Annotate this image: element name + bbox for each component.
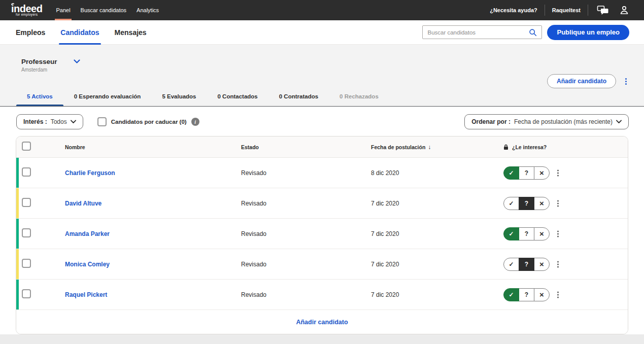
interest-button-group: ✓ ? × [503,227,550,240]
candidate-name-link[interactable]: David Altuve [65,200,101,207]
row-checkbox[interactable] [22,259,31,268]
lock-icon [503,144,509,150]
search-input[interactable] [427,29,529,36]
row-menu-kebab-icon[interactable] [554,231,562,236]
column-header-name: Nombre [65,144,85,150]
candidate-name-link[interactable]: Monica Comley [65,261,110,268]
status-tab-contactados[interactable]: 0 Contactados [207,93,268,106]
status-tab-esperando-evaluacion[interactable]: 0 Esperando evaluación [63,93,152,106]
interest-button-group: ✓ ? × [503,166,550,180]
application-date: 7 dic 2020 [371,291,399,298]
column-header-status: Estado [241,144,259,150]
divider [545,5,545,16]
help-link[interactable]: ¿Necesita ayuda? [490,7,537,13]
sort-desc-icon[interactable]: ↓ [428,144,431,151]
info-icon[interactable]: i [191,118,199,126]
job-selector-chevron-down-icon[interactable] [74,59,80,64]
row-menu-kebab-icon[interactable] [554,170,562,176]
interest-button-group: ✓ ? × [503,288,550,301]
chevron-down-icon [71,120,76,124]
candidate-name-link[interactable]: Amanda Parker [65,230,110,237]
table-header-row: Nombre Estado Fecha de postulación ↓ ¿Le… [16,136,628,158]
interest-filter-label: Interés : [23,118,47,125]
divider [588,5,588,16]
date-header-label: Fecha de postulación [371,144,425,150]
candidate-status: Revisado [241,291,266,298]
interest-maybe-button[interactable]: ? [519,288,534,301]
messages-button[interactable] [595,5,611,15]
person-icon [619,5,629,15]
row-checkbox[interactable] [22,198,31,207]
expiring-candidates-checkbox[interactable] [97,117,107,126]
account-menu-button[interactable] [618,5,631,15]
sort-by-label: Ordenar por : [471,118,511,125]
select-all-checkbox[interactable] [22,142,31,151]
application-date: 7 dic 2020 [371,230,399,237]
row-color-bar [16,188,19,218]
interest-no-button[interactable]: × [534,197,550,210]
interest-maybe-button[interactable]: ? [519,258,534,271]
candidate-status: Revisado [241,230,266,237]
top-navigation: Panel Buscar candidatos Analytics [51,0,164,20]
tab-mensajes[interactable]: Mensajes [115,20,147,45]
add-candidate-button[interactable]: Añadir candidato [547,74,616,88]
row-menu-kebab-icon[interactable] [554,292,562,297]
candidate-name-link[interactable]: Charlie Ferguson [65,169,115,177]
tab-candidatos[interactable]: Candidatos [60,20,99,45]
status-tab-contratados[interactable]: 0 Contratados [268,93,329,106]
tab-empleos[interactable]: Empleos [16,20,45,45]
interest-no-button[interactable]: × [534,288,550,301]
add-candidate-footer-link[interactable]: Añadir candidato [296,319,348,326]
interest-no-button[interactable]: × [534,258,550,271]
job-header: Professeur Amsterdam [0,45,644,73]
interest-yes-button[interactable]: ✓ [503,258,519,271]
interest-yes-button[interactable]: ✓ [503,166,519,180]
status-tab-activos[interactable]: 5 Activos [16,93,63,106]
row-checkbox[interactable] [22,289,31,298]
interest-maybe-button[interactable]: ? [519,197,534,210]
search-icon[interactable] [529,28,537,37]
row-menu-kebab-icon[interactable] [554,200,562,206]
chat-icon [597,5,609,15]
topnav-buscar-candidatos[interactable]: Buscar candidatos [76,0,132,20]
interest-yes-button[interactable]: ✓ [503,197,519,210]
account-name-link[interactable]: Raqueltest [552,7,581,13]
row-menu-kebab-icon[interactable] [554,261,562,267]
interest-filter-dropdown[interactable]: Interés : Todos [16,114,83,129]
interest-filter-value: Todos [51,118,67,125]
candidate-name-link[interactable]: Raquel Pickert [65,291,107,298]
page-background [0,334,644,344]
interest-maybe-button[interactable]: ? [519,227,534,240]
table-row: Monica Comley Revisado 7 dic 2020 ✓ ? × [16,249,628,280]
interest-no-button[interactable]: × [534,227,550,240]
row-color-bar [16,280,19,309]
job-menu-kebab-icon[interactable] [622,79,630,84]
logo-brand-text: indeed [11,4,42,13]
table-row: Charlie Ferguson Revisado 8 dic 2020 ✓ ?… [16,158,628,188]
candidate-status: Revisado [241,169,266,177]
interest-maybe-button[interactable]: ? [519,166,534,180]
sort-by-dropdown[interactable]: Ordenar por : Fecha de postulación (más … [464,114,629,129]
topnav-panel[interactable]: Panel [51,0,75,20]
job-actions: Añadir candidato [547,74,630,88]
section-navbar: Empleos Candidatos Mensajes Publique un … [0,20,644,45]
column-header-date[interactable]: Fecha de postulación ↓ [371,144,431,151]
job-header-section: Professeur Amsterdam Añadir candidato 5 … [0,45,644,107]
table-row: David Altuve Revisado 7 dic 2020 ✓ ? × [16,188,628,219]
row-color-bar [16,219,19,249]
post-job-button[interactable]: Publique un empleo [547,25,629,40]
interest-no-button[interactable]: × [534,166,550,180]
expiring-candidates-label: Candidatos por caducar (0) [111,119,187,125]
sort-by-value: Fecha de postulación (más reciente) [514,118,613,125]
row-checkbox[interactable] [22,228,31,237]
status-tab-evaluados[interactable]: 5 Evaluados [151,93,207,106]
interest-yes-button[interactable]: ✓ [503,227,519,240]
topnav-analytics[interactable]: Analytics [131,0,164,20]
candidates-table: Nombre Estado Fecha de postulación ↓ ¿Le… [16,136,628,334]
candidate-search-box [422,25,542,39]
interest-yes-button[interactable]: ✓ [503,288,519,301]
indeed-logo[interactable]: indeed for employers [11,0,42,20]
row-checkbox[interactable] [22,167,31,177]
expiring-candidates-filter: Candidatos por caducar (0) i [97,117,199,126]
candidate-status-tabs: 5 Activos 0 Esperando evaluación 5 Evalu… [0,93,644,106]
